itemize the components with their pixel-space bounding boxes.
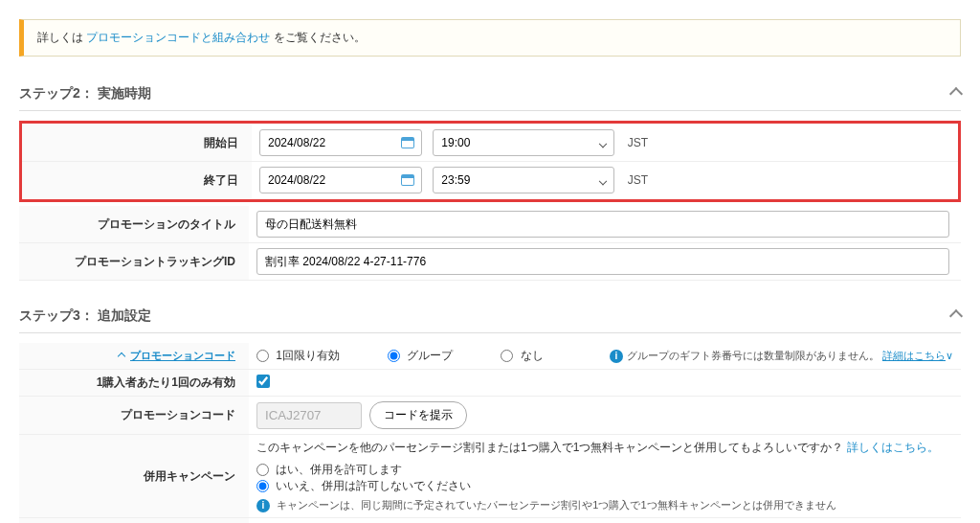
tracking-id-label: プロモーショントラッキングID: [19, 243, 249, 281]
radio-none-label[interactable]: なし: [501, 348, 543, 364]
radio-once[interactable]: [256, 350, 269, 362]
group-note: グループのギフト券番号には数量制限がありません。: [627, 349, 880, 363]
code-input: [256, 402, 362, 429]
code-field-label: プロモーションコード: [19, 397, 249, 435]
tracking-id-input[interactable]: [256, 248, 949, 275]
info-icon: i: [610, 350, 623, 363]
end-time-select[interactable]: 23:59: [433, 167, 614, 193]
promo-title-input[interactable]: [256, 211, 949, 238]
step2-header[interactable]: ステップ2： 実施時期: [19, 76, 961, 111]
combine-text: このキャンペーンを他のパーセンテージ割引または1つ購入で1つ無料キャンペーンと併…: [256, 441, 843, 454]
combine-link[interactable]: 詳しくはこちら。: [847, 441, 939, 454]
start-date-label: 開始日: [22, 125, 252, 162]
caret-up-icon: [117, 352, 124, 360]
show-product-label: 商品詳細ページにプロモーションを表示する: [19, 518, 249, 524]
chevron-up-icon: [949, 87, 963, 101]
combine-label: 併用キャンペーン: [19, 435, 249, 518]
promo-title-label: プロモーションのタイトル: [19, 206, 249, 243]
info-icon: i: [256, 499, 270, 512]
banner-link[interactable]: プロモーションコードと組み合わせ: [86, 31, 270, 44]
radio-none[interactable]: [501, 350, 513, 362]
radio-once-label[interactable]: 1回限り有効: [256, 348, 340, 364]
details-link[interactable]: 詳細はこちら: [882, 349, 946, 363]
once-per-buyer-label: 1購入者あたり1回のみ有効: [19, 370, 249, 397]
combine-yes-radio[interactable]: [256, 464, 269, 476]
step3-header[interactable]: ステップ3： 追加設定: [19, 298, 961, 333]
combine-no-radio[interactable]: [256, 480, 269, 492]
step2-title: ステップ2： 実施時期: [19, 85, 151, 102]
combine-note: キャンペーンは、同じ期間に予定されていたパーセンテージ割引や1つ購入で1つ無料キ…: [277, 499, 835, 511]
date-highlight-box: 開始日 19:00 JST 終了日: [19, 121, 961, 202]
step3-section: ステップ3： 追加設定 プロモーションコード 1回限り有効: [19, 298, 961, 523]
combine-yes-label[interactable]: はい、併用を許可します: [256, 463, 402, 476]
start-time-select[interactable]: 19:00: [433, 129, 614, 156]
end-date-input[interactable]: [259, 167, 422, 193]
start-date-input[interactable]: [259, 129, 422, 156]
step3-title: ステップ3： 追加設定: [19, 307, 151, 325]
promo-code-type-link[interactable]: プロモーションコード: [130, 350, 235, 361]
promo-code-type-label: プロモーションコード: [19, 343, 249, 370]
info-banner: 詳しくは プロモーションコードと組み合わせ をご覧ください。: [19, 19, 961, 57]
show-code-button[interactable]: コードを提示: [369, 401, 467, 429]
end-tz: JST: [628, 173, 648, 187]
step2-section: ステップ2： 実施時期 開始日 19:00 JST: [19, 76, 961, 281]
banner-suffix: をご覧ください。: [274, 31, 366, 44]
calendar-icon: [401, 137, 414, 148]
calendar-icon: [401, 174, 414, 186]
once-per-buyer-checkbox[interactable]: [256, 375, 270, 388]
combine-no-label[interactable]: いいえ、併用は許可しないでください: [256, 479, 471, 492]
radio-group-label[interactable]: グループ: [388, 348, 453, 364]
banner-prefix: 詳しくは: [37, 31, 86, 44]
chevron-up-icon: [949, 309, 963, 323]
start-tz: JST: [628, 136, 648, 149]
radio-group[interactable]: [388, 350, 400, 362]
end-date-label: 終了日: [22, 162, 252, 199]
